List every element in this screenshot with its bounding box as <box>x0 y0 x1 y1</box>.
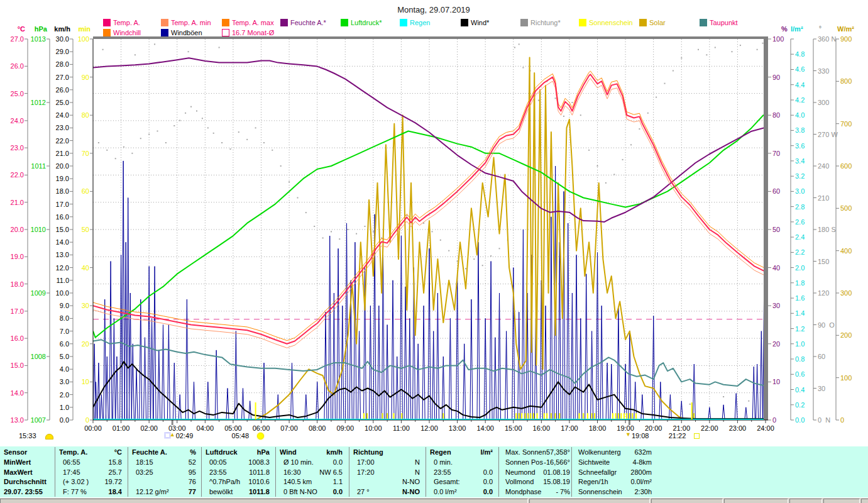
table-cell-value: 19.72 <box>92 477 122 487</box>
x-axis-ticks <box>93 420 766 423</box>
status-bar <box>0 497 868 503</box>
axis-tick-label-lm2: 2.4 <box>795 234 828 241</box>
axis-tick-label-wm2: 100 <box>840 375 868 382</box>
sunset-time-label: 21:22 <box>669 432 686 439</box>
sunset-square-icon <box>694 433 700 439</box>
axis-tick-label-min: 90 <box>58 74 89 81</box>
axis-tick-label-kmh: 8.0 <box>38 315 69 322</box>
axis-tick-label-min: 60 <box>58 188 89 195</box>
status-bar-panel <box>861 499 868 503</box>
moonrise-time-label: 02:49 <box>176 432 194 439</box>
info-value: 01.08.19 <box>532 468 570 477</box>
table-column-separator <box>201 447 202 497</box>
axis-tick-label-wm2: 700 <box>840 121 868 128</box>
axis-tick-label-temp: 23.0 <box>0 145 24 152</box>
moonset-arrow-icon: ▼ <box>625 431 631 438</box>
axis-tick-label-temp: 24.0 <box>0 118 24 124</box>
sun-blob-icon <box>45 434 53 439</box>
table-cell-value: NW 6.5 <box>312 468 343 477</box>
axis-tick-label-kmh: 22.0 <box>38 138 69 145</box>
axis-tick-label-wm2: 300 <box>840 290 868 297</box>
axis-tick-label-temp: 18.0 <box>0 281 24 288</box>
table-cell-value: 1011.8 <box>239 487 270 497</box>
x-axis-label: 07:00 <box>275 424 303 432</box>
axis-tick-label-min: 0 <box>58 417 89 424</box>
table-row-label: 29.07. 23:55 <box>4 487 53 497</box>
axis-tick-label-kmh: 26.0 <box>38 87 69 94</box>
axis-tick-label-lm2: 2.0 <box>795 265 828 272</box>
table-cell-value: 0.0 <box>463 477 493 487</box>
axis-tick-label-percent: 90 <box>772 74 805 81</box>
sunrise-marker <box>255 402 256 420</box>
x-axis-label: 04:00 <box>191 424 219 432</box>
axis-tick-label-wm2: 200 <box>840 332 868 339</box>
axis-tick-label-kmh: 19.0 <box>38 175 69 182</box>
table-column-separator <box>55 447 55 497</box>
sunrise-time-label: 05:48 <box>232 432 250 439</box>
axis-tick-label-kmh: 28.0 <box>38 61 69 68</box>
axis-tick-label-lm2: 3.6 <box>795 143 828 150</box>
weather-chart-window: Montag, 29.07.2019 Temp. A.Temp. A. minT… <box>0 0 868 503</box>
table-header-unit: % <box>165 448 196 457</box>
x-axis-label: 15:00 <box>500 424 527 432</box>
axis-tick-label-kmh: 5.0 <box>38 353 69 360</box>
axis-tick-label-percent: 100 <box>772 36 805 43</box>
table-cell-value: N-NO <box>388 487 420 497</box>
x-axis-label: 03:00 <box>163 424 191 432</box>
table-cell-value: 1010.6 <box>239 477 270 487</box>
axis-tick-label-min: 40 <box>58 265 89 272</box>
axis-tick-label-temp: 21.0 <box>0 199 24 206</box>
table-row-label: MaxWert <box>4 468 53 477</box>
axis-tick-label-lm2: 1.4 <box>795 310 828 317</box>
axis-tick-label-min: 70 <box>58 150 89 157</box>
axis-tick-label-kmh: 2.0 <box>38 392 69 399</box>
status-bar-panel <box>529 499 650 503</box>
info-value: -16,566° <box>532 458 570 467</box>
axis-tick-label-dir: 330 <box>818 68 850 75</box>
x-axis-label: 14:00 <box>471 424 499 432</box>
axis-tick-label-lm2: 0.6 <box>795 371 828 378</box>
table-column-separator <box>275 447 276 497</box>
x-axis-label: 05:00 <box>219 424 247 432</box>
table-cell-value: 0.0 <box>312 487 343 497</box>
x-axis-label: 12:00 <box>415 424 443 432</box>
info-value: 0.0l/m² <box>608 477 652 487</box>
x-axis-label: 02:00 <box>135 424 163 432</box>
axis-tick-label-kmh: 13.0 <box>38 252 69 258</box>
sunrise-sun-icon <box>257 433 264 439</box>
x-axis-label: 13:00 <box>444 424 471 432</box>
axis-tick-label-lm2: 2.8 <box>795 204 828 211</box>
table-header-unit: km/h <box>312 448 343 457</box>
axis-tick-label-kmh: 25.0 <box>38 99 69 106</box>
axis-tick-label-wm2: 400 <box>840 248 868 255</box>
axis-tick-label-temp: 17.0 <box>0 308 24 315</box>
table-cell-value: 1011.8 <box>239 468 270 477</box>
axis-tick-label-lm2: 0.2 <box>795 402 828 409</box>
table-column-separator <box>498 447 499 497</box>
table-cell-value: 0.0 <box>312 458 343 467</box>
axis-tick-label-percent: 50 <box>772 226 805 233</box>
axis-header-lm2: l/m² <box>791 25 822 33</box>
table-cell-value: 1.1 <box>312 477 343 487</box>
moonrise-arrow-icon: ▲ <box>170 431 175 438</box>
status-bar-panel <box>651 499 723 503</box>
axis-tick-label-dir: 270 W <box>818 131 850 138</box>
axis-tick-label-lm2: 1.8 <box>795 280 828 287</box>
x-axis-label: 21:00 <box>667 424 695 432</box>
axis-tick-label-wm2: 0 <box>840 417 868 424</box>
axis-tick-label-lm2: 3.2 <box>795 173 828 180</box>
axis-tick-label-temp: 26.0 <box>0 63 24 70</box>
axis-tick-label-kmh: 4.0 <box>38 366 69 373</box>
series-temp-a-max <box>93 71 766 340</box>
x-axis-label: 06:00 <box>248 424 275 432</box>
axis-tick-label-kmh: 10.0 <box>38 290 69 297</box>
x-axis-label: 20:00 <box>640 424 667 432</box>
table-cell-value: 0.0 <box>463 487 493 497</box>
table-cell-value: 0.0 <box>463 468 493 477</box>
axis-tick-label-temp: 15.0 <box>0 362 24 369</box>
axis-tick-label-min: 50 <box>58 226 89 233</box>
axis-tick-label-temp: 16.0 <box>0 335 24 342</box>
axis-tick-label-lm2: 4.4 <box>795 82 828 89</box>
x-axis-label: 16:00 <box>527 424 555 432</box>
table-cell-value: 76 <box>165 477 196 487</box>
